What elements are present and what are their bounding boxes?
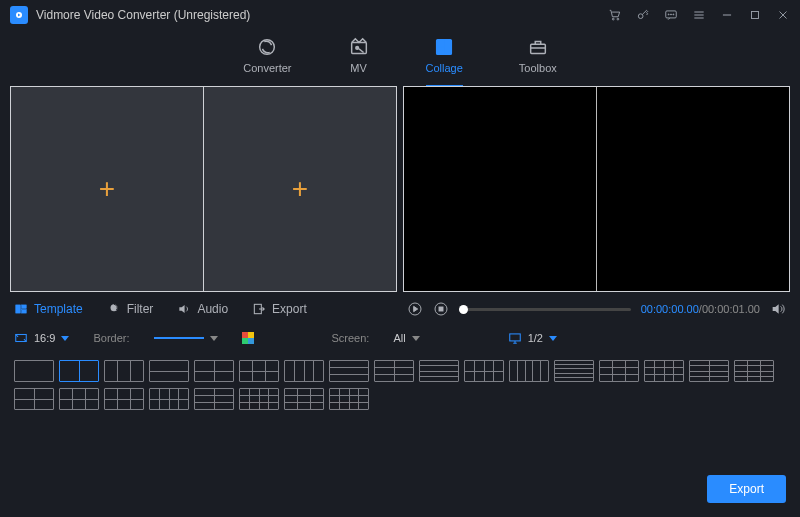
add-media-icon[interactable]: +: [292, 175, 308, 203]
chevron-down-icon: [61, 336, 69, 341]
template-row-2: [14, 388, 786, 410]
svg-point-12: [355, 47, 358, 50]
mv-icon: [348, 36, 370, 58]
aspect-ratio-select[interactable]: 16:9: [14, 331, 69, 345]
key-icon[interactable]: [636, 8, 650, 22]
main: + + Template Filter Audio Export: [0, 86, 800, 322]
tab-collage[interactable]: Collage: [426, 36, 463, 86]
color-swatch-icon: [242, 332, 254, 344]
subtab-export-label: Export: [272, 302, 307, 316]
template-thumb[interactable]: [329, 388, 369, 410]
time-current: 00:00:00.00: [641, 303, 699, 315]
tab-converter-label: Converter: [243, 62, 291, 74]
svg-point-2: [612, 18, 614, 20]
template-thumb[interactable]: [239, 388, 279, 410]
screen-select[interactable]: All: [393, 332, 419, 344]
template-thumb[interactable]: [59, 388, 99, 410]
preview-cell-2: [597, 87, 789, 291]
svg-point-8: [673, 14, 674, 15]
subtab-export[interactable]: Export: [252, 302, 307, 316]
volume-button[interactable]: [770, 301, 786, 317]
tab-mv[interactable]: MV: [348, 36, 370, 86]
progress-thumb[interactable]: [459, 305, 468, 314]
subtabs: Template Filter Audio Export: [10, 292, 397, 322]
collage-cell-1[interactable]: +: [11, 87, 204, 291]
svg-rect-16: [22, 305, 27, 309]
toolbox-icon: [527, 36, 549, 58]
template-grid: [0, 354, 800, 422]
border-line-preview: [154, 337, 204, 339]
collage-cell-2[interactable]: +: [204, 87, 396, 291]
tab-toolbox[interactable]: Toolbox: [519, 36, 557, 86]
stop-button[interactable]: [433, 301, 449, 317]
template-thumb[interactable]: [284, 360, 324, 382]
subtab-filter[interactable]: Filter: [107, 302, 154, 316]
screen-value: All: [393, 332, 405, 344]
aspect-ratio-value: 16:9: [34, 332, 55, 344]
template-thumb[interactable]: [14, 360, 54, 382]
template-thumb[interactable]: [554, 360, 594, 382]
template-thumb[interactable]: [599, 360, 639, 382]
cart-icon[interactable]: [608, 8, 622, 22]
chevron-down-icon: [412, 336, 420, 341]
subtab-filter-label: Filter: [127, 302, 154, 316]
template-thumb[interactable]: [149, 388, 189, 410]
template-thumb[interactable]: [644, 360, 684, 382]
template-thumb[interactable]: [464, 360, 504, 382]
export-button[interactable]: Export: [707, 475, 786, 503]
titlebar-left: Vidmore Video Converter (Unregistered): [10, 6, 250, 24]
svg-point-4: [638, 14, 643, 19]
minimize-icon[interactable]: [720, 8, 734, 22]
svg-rect-9: [752, 12, 759, 19]
svg-rect-24: [509, 334, 520, 341]
titlebar: Vidmore Video Converter (Unregistered): [0, 0, 800, 30]
time-total: 00:00:01.00: [702, 303, 760, 315]
template-thumb[interactable]: [149, 360, 189, 382]
subtab-audio[interactable]: Audio: [177, 302, 228, 316]
display-value: 1/2: [528, 332, 543, 344]
svg-point-6: [668, 14, 669, 15]
progress-bar[interactable]: [459, 308, 631, 311]
tab-toolbox-label: Toolbox: [519, 62, 557, 74]
template-thumb[interactable]: [284, 388, 324, 410]
subtab-template[interactable]: Template: [14, 302, 83, 316]
feedback-icon[interactable]: [664, 8, 678, 22]
menu-icon[interactable]: [692, 8, 706, 22]
maximize-icon[interactable]: [748, 8, 762, 22]
template-thumb[interactable]: [509, 360, 549, 382]
template-thumb[interactable]: [14, 388, 54, 410]
svg-rect-17: [22, 310, 27, 314]
border-color-picker[interactable]: [242, 332, 254, 344]
collage-editor: + +: [10, 86, 397, 292]
template-thumb[interactable]: [239, 360, 279, 382]
chevron-down-icon: [549, 336, 557, 341]
tab-mv-label: MV: [350, 62, 367, 74]
play-button[interactable]: [407, 301, 423, 317]
close-icon[interactable]: [776, 8, 790, 22]
preview-pane: 00:00:00.00/00:00:01.00: [403, 86, 790, 322]
svg-rect-22: [439, 307, 443, 311]
svg-marker-20: [414, 306, 418, 311]
template-thumb[interactable]: [104, 388, 144, 410]
template-thumb[interactable]: [194, 388, 234, 410]
playback-controls: 00:00:00.00/00:00:01.00: [403, 292, 790, 322]
display-select[interactable]: 1/2: [508, 331, 557, 345]
template-thumb[interactable]: [374, 360, 414, 382]
template-thumb[interactable]: [734, 360, 774, 382]
add-media-icon[interactable]: +: [99, 175, 115, 203]
subtab-template-label: Template: [34, 302, 83, 316]
template-thumb[interactable]: [104, 360, 144, 382]
template-thumb[interactable]: [194, 360, 234, 382]
converter-icon: [256, 36, 278, 58]
collage-icon: [433, 36, 455, 58]
template-thumb[interactable]: [419, 360, 459, 382]
border-style-select[interactable]: [154, 336, 218, 341]
time-display: 00:00:00.00/00:00:01.00: [641, 303, 760, 315]
tab-collage-label: Collage: [426, 62, 463, 74]
template-thumb[interactable]: [689, 360, 729, 382]
template-thumb[interactable]: [59, 360, 99, 382]
template-thumb[interactable]: [329, 360, 369, 382]
subtab-audio-label: Audio: [197, 302, 228, 316]
titlebar-right: [608, 8, 790, 22]
tab-converter[interactable]: Converter: [243, 36, 291, 86]
